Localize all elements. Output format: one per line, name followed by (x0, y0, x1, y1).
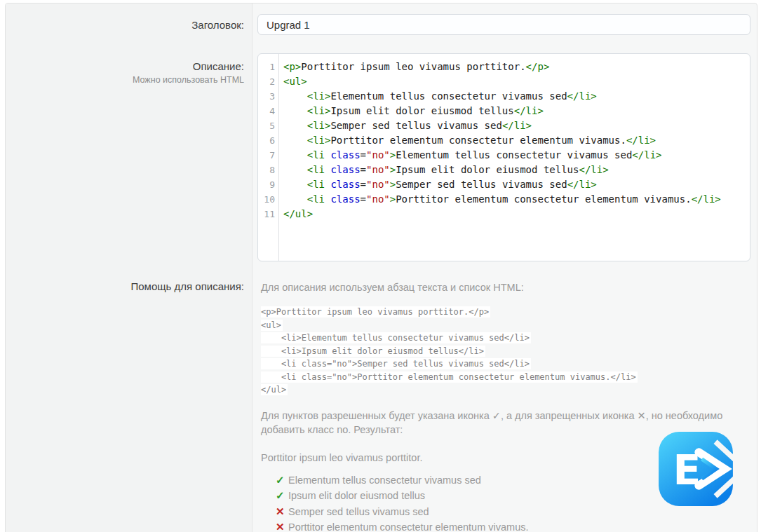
result-item-text: Porttitor elementum consectetur elementu… (288, 520, 529, 532)
code-line: </ul> (283, 207, 750, 221)
help-code-line: </ul> (261, 384, 288, 395)
help-row: Помощь для описания: Для описания исполь… (6, 274, 757, 532)
help-code-line: <li class="no">Semper sed tellus vivamus… (261, 358, 531, 369)
result-item-text: Semper sed tellus vivamus sed (288, 505, 429, 520)
editor-code[interactable]: <p>Porttitor ipsum leo vivamus porttitor… (279, 54, 750, 261)
cross-icon: ✕ (276, 504, 288, 519)
code-line: <p>Porttitor ipsum leo vivamus porttitor… (283, 60, 750, 74)
result-item-text: Ipsum elit dolor eiusmod tellus (288, 489, 425, 504)
code-line: <li>Porttitor elementum consectetur elem… (283, 133, 750, 148)
ex-logo-icon: E (658, 431, 734, 507)
code-line: <li>Elementum tellus consectetur vivamus… (283, 89, 750, 104)
form-panel: Заголовок: Описание: Можно использовать … (5, 3, 757, 532)
line-number: 10 (258, 192, 278, 207)
help-code-line: <li>Elementum tellus consectetur vivamus… (261, 332, 531, 343)
line-number: 9 (258, 177, 278, 192)
check-icon: ✓ (276, 472, 288, 488)
code-editor[interactable]: 1234567891011 <p>Porttitor ipsum leo viv… (257, 53, 750, 261)
result-item-text: Elementum tellus consectetur vivamus sed (288, 473, 481, 489)
description-hint: Можно использовать HTML (6, 75, 244, 85)
code-line: <ul> (283, 74, 750, 89)
help-label: Помощь для описания: (130, 280, 244, 292)
help-code-line: <p>Porttitor ipsum leo vivamus porttitor… (261, 306, 490, 318)
editor-gutter: 1234567891011 (258, 54, 279, 261)
line-number: 4 (258, 104, 278, 118)
help-code-line: <ul> (261, 320, 283, 331)
code-line: <li class="no">Ipsum elit dolor eiusmod … (283, 163, 750, 177)
code-line: <li class="no">Semper sed tellus vivamus… (283, 177, 750, 192)
line-number: 7 (258, 148, 278, 163)
line-number: 2 (258, 74, 278, 89)
code-line: <li class="no">Porttitor elementum conse… (283, 192, 750, 207)
line-number: 1 (258, 60, 278, 74)
line-number: 6 (258, 133, 278, 148)
description-row: Описание: Можно использовать HTML 123456… (6, 53, 757, 261)
line-number: 8 (258, 163, 278, 177)
help-intro: Для описания используем абзац текста и с… (261, 280, 739, 294)
title-input[interactable] (257, 14, 750, 35)
line-number: 11 (258, 207, 278, 221)
help-code-line: <li>Ipsum elit dolor eiusmod tellus</li> (261, 346, 485, 357)
help-code-line: <li class="no">Porttitor elementum conse… (261, 371, 638, 383)
code-line: <li>Ipsum elit dolor eiusmod tellus</li> (283, 104, 750, 118)
check-icon: ✓ (276, 488, 288, 503)
description-label: Описание: (193, 60, 244, 72)
cross-icon: ✕ (276, 519, 288, 532)
code-line: <li>Semper sed tellus vivamus sed</li> (283, 118, 750, 133)
line-number: 5 (258, 118, 278, 133)
title-row: Заголовок: (6, 4, 757, 35)
result-item: ✕Porttitor elementum consectetur element… (276, 519, 739, 532)
code-line: <li class="no">Elementum tellus consecte… (283, 148, 750, 163)
title-label: Заголовок: (191, 19, 244, 31)
line-number: 3 (258, 89, 278, 104)
ex-logo: E (658, 431, 734, 507)
help-code-block: <p>Porttitor ipsum leo vivamus porttitor… (261, 306, 739, 397)
